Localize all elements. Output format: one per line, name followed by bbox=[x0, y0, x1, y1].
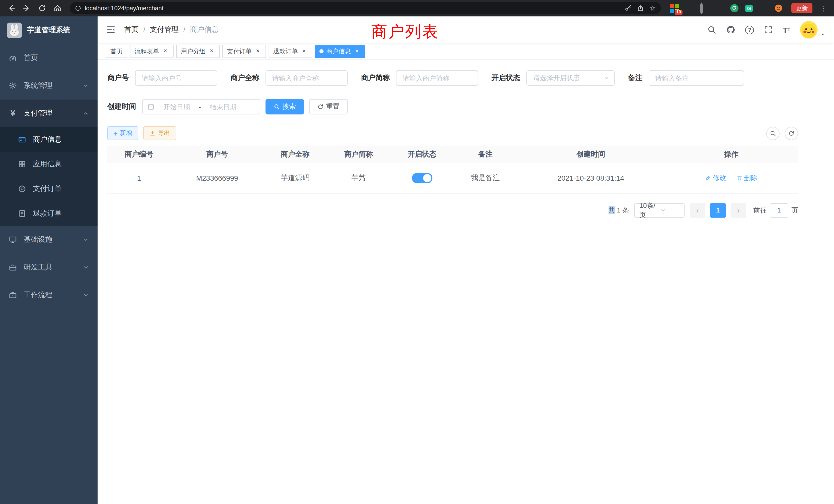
tab-pay-order[interactable]: 支付订单× bbox=[222, 45, 266, 58]
toolbox-icon bbox=[9, 263, 17, 272]
sidebar-item-label: 基础设施 bbox=[24, 235, 52, 244]
goto-page-unit: 页 bbox=[791, 206, 798, 215]
sidebar-item-label: 退款订单 bbox=[33, 209, 62, 218]
page-size-select[interactable]: 10条/页 bbox=[634, 203, 684, 217]
tab-user-group[interactable]: 用户分组× bbox=[176, 45, 220, 58]
extension-icon-3[interactable] bbox=[700, 4, 709, 13]
merchant-short-name-input[interactable] bbox=[396, 70, 478, 86]
reload-button[interactable] bbox=[36, 2, 48, 14]
bookmark-star-icon[interactable]: ☆ bbox=[650, 5, 656, 12]
breadcrumb-payment[interactable]: 支付管理 bbox=[150, 25, 179, 35]
extensions-row: 10 G bbox=[667, 4, 786, 13]
sidebar-item-payment[interactable]: ¥ 支付管理 bbox=[0, 99, 97, 127]
edit-link-label: 修改 bbox=[713, 174, 726, 183]
edit-link[interactable]: 修改 bbox=[705, 174, 726, 183]
filter-label-merchant-short-name: 商户简称 bbox=[361, 73, 390, 83]
export-button[interactable]: 导出 bbox=[143, 126, 176, 140]
start-date-input[interactable] bbox=[157, 103, 197, 111]
merchant-no-input[interactable] bbox=[135, 70, 217, 86]
tab-merchant-info[interactable]: 商户信息× bbox=[315, 45, 365, 58]
address-bar[interactable]: localhost:1024/pay/merchant ☆ bbox=[70, 2, 661, 14]
status-select[interactable]: 请选择开启状态 bbox=[526, 70, 615, 86]
tab-refund-order[interactable]: 退款订单× bbox=[269, 45, 312, 58]
help-icon[interactable]: ? bbox=[745, 25, 754, 34]
remark-input[interactable] bbox=[649, 70, 744, 86]
next-page-button[interactable]: › bbox=[731, 203, 746, 217]
sidebar-item-refund-order[interactable]: 退款订单 bbox=[0, 201, 97, 226]
show-search-button[interactable] bbox=[766, 127, 780, 140]
app-logo[interactable]: 芋道管理系统 bbox=[0, 17, 97, 44]
total-rest: 1 条 bbox=[615, 206, 629, 214]
back-button[interactable] bbox=[5, 2, 18, 14]
user-menu[interactable] bbox=[800, 21, 826, 39]
home-button[interactable] bbox=[51, 2, 64, 14]
close-icon[interactable]: × bbox=[162, 48, 169, 55]
sidebar-item-infrastructure[interactable]: 基础设施 bbox=[0, 226, 97, 254]
filter-label-create-time: 创建时间 bbox=[107, 102, 136, 111]
end-date-input[interactable] bbox=[203, 103, 243, 111]
font-size-icon[interactable]: TT bbox=[783, 25, 790, 34]
password-key-icon[interactable] bbox=[625, 5, 632, 12]
extension-badge: 10 bbox=[675, 9, 682, 15]
search-button-label: 搜索 bbox=[282, 102, 296, 111]
table-right-tools bbox=[766, 127, 798, 140]
sidebar-item-label: 系统管理 bbox=[24, 81, 52, 90]
share-icon[interactable] bbox=[637, 5, 644, 12]
site-info-icon[interactable] bbox=[75, 5, 81, 11]
cell-actions: 修改 删除 bbox=[664, 163, 798, 193]
sidebar-item-home[interactable]: 首页 bbox=[0, 44, 97, 72]
search-button[interactable]: 搜索 bbox=[265, 99, 304, 114]
create-time-range-picker[interactable]: - bbox=[142, 99, 260, 114]
pagination-goto: 前往 页 bbox=[753, 203, 798, 217]
add-button[interactable]: + 新增 bbox=[107, 126, 138, 140]
extension-icon-4[interactable] bbox=[715, 4, 724, 13]
browser-menu-icon[interactable]: ⋮ bbox=[817, 4, 829, 12]
cell-status bbox=[390, 163, 454, 193]
close-icon[interactable]: × bbox=[353, 48, 360, 55]
yen-icon: ¥ bbox=[9, 109, 17, 117]
breadcrumb-current: 商户信息 bbox=[190, 25, 219, 35]
close-icon[interactable]: × bbox=[208, 48, 215, 55]
prev-page-button[interactable]: ‹ bbox=[690, 203, 705, 217]
extension-icon-2[interactable] bbox=[685, 4, 694, 13]
payment-submenu: 商户信息 应用信息 支付订单 bbox=[0, 127, 97, 226]
sidebar: 芋道管理系统 首页 系统管理 bbox=[0, 17, 97, 504]
reset-button[interactable]: 重置 bbox=[309, 99, 348, 114]
github-icon[interactable] bbox=[726, 25, 736, 35]
extension-icon-7[interactable] bbox=[760, 4, 768, 13]
chevron-down-icon bbox=[83, 264, 89, 271]
sidebar-item-label: 工作流程 bbox=[24, 291, 52, 300]
page-button-1[interactable]: 1 bbox=[710, 203, 726, 217]
extension-icon-6[interactable]: G bbox=[745, 4, 753, 13]
extension-icon-5[interactable] bbox=[730, 4, 739, 13]
forward-button[interactable] bbox=[21, 2, 33, 14]
breadcrumb-home[interactable]: 首页 bbox=[124, 25, 139, 35]
goto-page-input[interactable] bbox=[770, 203, 788, 217]
update-button[interactable]: 更新 bbox=[791, 3, 812, 13]
col-header-status: 开启状态 bbox=[390, 146, 454, 163]
close-icon[interactable]: × bbox=[301, 48, 308, 55]
tab-label: 流程表单 bbox=[135, 47, 159, 56]
sidebar-item-merchant-info[interactable]: 商户信息 bbox=[0, 127, 97, 152]
status-toggle[interactable] bbox=[412, 173, 433, 183]
refresh-button[interactable] bbox=[785, 127, 798, 140]
delete-link[interactable]: 删除 bbox=[737, 174, 758, 183]
close-icon[interactable]: × bbox=[254, 48, 261, 55]
search-icon[interactable] bbox=[707, 25, 717, 35]
tab-process-form[interactable]: 流程表单× bbox=[130, 45, 174, 58]
sidebar-toggle-icon[interactable] bbox=[106, 25, 116, 35]
col-header-merchant-id: 商户编号 bbox=[107, 146, 171, 163]
sidebar-item-system[interactable]: 系统管理 bbox=[0, 72, 97, 99]
merchant-full-name-input[interactable] bbox=[265, 70, 348, 86]
sidebar-item-devtools[interactable]: 研发工具 bbox=[0, 254, 97, 281]
sidebar-item-app-info[interactable]: 应用信息 bbox=[0, 152, 97, 177]
sidebar-item-pay-order[interactable]: 支付订单 bbox=[0, 177, 97, 201]
extension-icon-8[interactable] bbox=[774, 4, 783, 13]
extension-icon-1[interactable]: 10 bbox=[670, 4, 679, 13]
filter-label-status: 开启状态 bbox=[491, 73, 520, 83]
cell-full-name: 芋道源码 bbox=[263, 163, 327, 193]
chevron-down-icon bbox=[83, 292, 89, 298]
fullscreen-icon[interactable] bbox=[764, 25, 773, 35]
sidebar-item-workflow[interactable]: 工作流程 bbox=[0, 281, 97, 309]
tab-home[interactable]: 首页 bbox=[106, 45, 127, 58]
